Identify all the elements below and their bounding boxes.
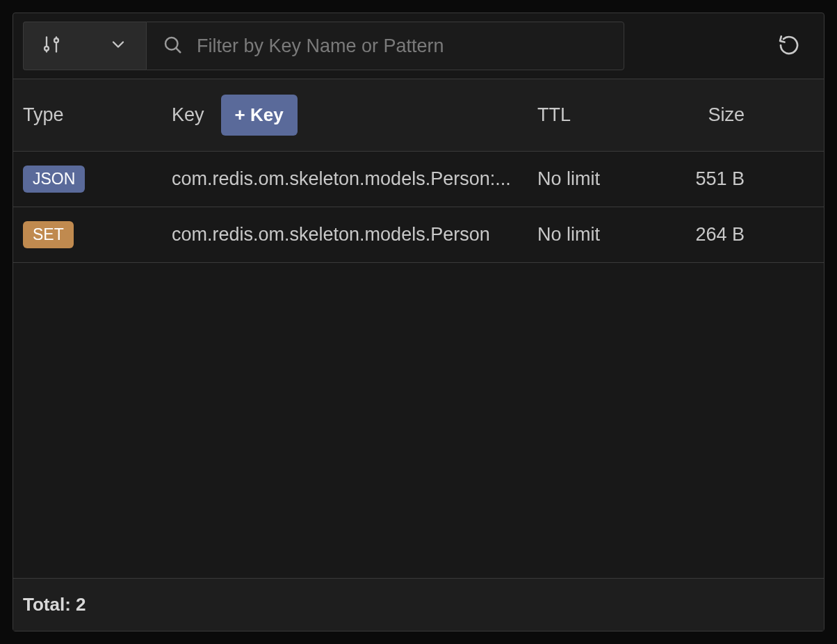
key-name: com.redis.om.skeleton.models.Person:... — [172, 168, 511, 190]
add-key-button[interactable]: + Key — [221, 95, 298, 136]
type-badge: JSON — [23, 166, 85, 193]
ttl-value: No limit — [537, 168, 600, 189]
search-input[interactable] — [197, 35, 608, 57]
svg-line-7 — [177, 49, 181, 53]
table-row[interactable]: JSON com.redis.om.skeleton.models.Person… — [13, 152, 824, 207]
header-size: Size — [672, 104, 814, 126]
refresh-button[interactable] — [771, 27, 814, 65]
size-value: 551 B — [695, 168, 745, 189]
search-wrap — [146, 22, 624, 70]
search-icon — [162, 34, 183, 58]
chevron-down-icon — [108, 35, 128, 57]
keys-panel: Type Key + Key TTL Size JSON com.redis.o… — [13, 13, 824, 631]
ttl-value: No limit — [537, 224, 600, 245]
key-name: com.redis.om.skeleton.models.Person — [172, 224, 490, 245]
table-body: JSON com.redis.om.skeleton.models.Person… — [13, 152, 824, 578]
header-type: Type — [23, 104, 172, 126]
sliders-icon — [42, 35, 61, 57]
type-badge: SET — [23, 221, 74, 248]
table-header: Type Key + Key TTL Size — [13, 79, 824, 152]
toolbar — [13, 13, 824, 79]
table-row[interactable]: SET com.redis.om.skeleton.models.Person … — [13, 207, 824, 263]
header-key-label: Key — [172, 104, 204, 126]
size-value: 264 B — [695, 224, 745, 245]
refresh-icon — [778, 48, 800, 58]
footer-total: Total: 2 — [13, 578, 824, 631]
header-key: Key + Key — [172, 95, 537, 136]
header-ttl: TTL — [537, 104, 672, 126]
filter-type-dropdown[interactable] — [23, 22, 146, 70]
